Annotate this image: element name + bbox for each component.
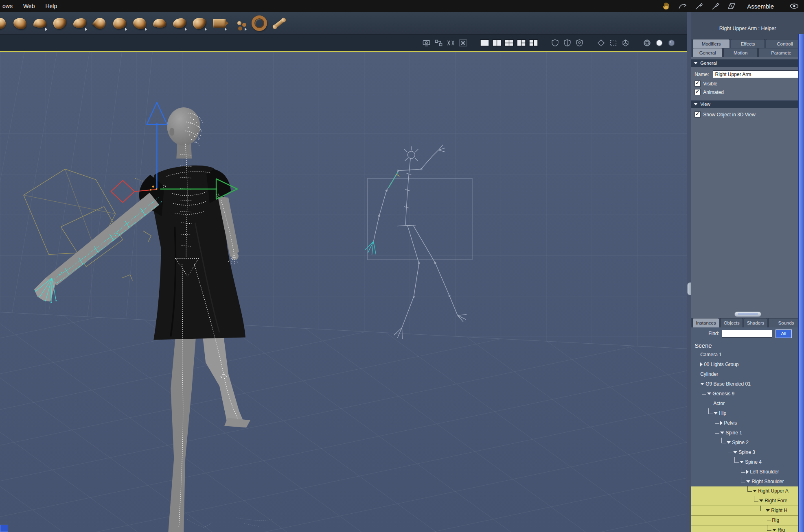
expand-arrow-icon[interactable] — [766, 509, 770, 512]
find-input[interactable] — [722, 330, 772, 338]
tree-item-spine4[interactable]: Spine 4 — [691, 457, 804, 467]
expand-arrow-icon[interactable] — [740, 461, 744, 463]
expand-arrow-icon[interactable] — [700, 362, 703, 366]
petal-tool-icon[interactable] — [52, 14, 68, 33]
layout-three-left-icon[interactable] — [529, 39, 538, 47]
plane-tool-icon[interactable] — [727, 2, 736, 11]
droplet-tool-icon[interactable] — [171, 14, 188, 33]
mound-tool-icon[interactable] — [32, 14, 48, 33]
shield-split-icon[interactable] — [563, 39, 572, 47]
cluster-tool-icon[interactable] — [231, 14, 248, 33]
cube-icon[interactable] — [621, 39, 630, 47]
tab-motion[interactable]: Motion — [723, 48, 758, 57]
tree-item-right-hand[interactable]: Right H — [691, 506, 804, 516]
tree-item-pelvis[interactable]: Pelvis — [691, 418, 804, 428]
expand-arrow-icon[interactable] — [746, 480, 750, 483]
shield-plain-icon[interactable] — [550, 39, 560, 47]
tree-item-right-forearm[interactable]: Right Fore — [691, 496, 804, 506]
tab-shaders[interactable]: Shaders — [744, 318, 767, 327]
tree-item-finger[interactable]: Rig — [691, 516, 804, 525]
tab-instances[interactable]: Instances — [692, 318, 719, 327]
collapse-triangle-icon[interactable] — [694, 103, 698, 105]
brush-tool-icon[interactable] — [710, 2, 720, 11]
tree-item-right-upper-arm[interactable]: Right Upper A — [691, 486, 804, 496]
tree-item-left-shoulder[interactable]: Left Shoulder — [691, 467, 804, 477]
tab-objects[interactable]: Objects — [720, 318, 743, 327]
tree-item-spine1[interactable]: Spine 1 — [691, 428, 804, 438]
pebble-tool-icon[interactable] — [72, 14, 88, 33]
wire-sphere-icon[interactable] — [642, 39, 652, 47]
viewport-3d[interactable] — [0, 51, 687, 532]
eye-icon[interactable] — [789, 2, 799, 11]
tab-general[interactable]: General — [692, 48, 723, 57]
particle-burst-icon[interactable] — [458, 39, 468, 47]
show-3d-checkbox[interactable] — [694, 111, 701, 118]
tree-item-genesis9[interactable]: Genesis 9 — [691, 389, 804, 399]
node-link-icon[interactable] — [434, 39, 443, 47]
menu-item-web[interactable]: Web — [23, 3, 35, 9]
tab-modifiers[interactable]: Modifiers — [692, 39, 730, 48]
layout-single-icon[interactable] — [480, 39, 489, 47]
expand-arrow-icon[interactable] — [707, 392, 711, 395]
sphere-light-icon[interactable] — [655, 39, 664, 47]
collapse-triangle-icon[interactable] — [694, 62, 698, 64]
burst-tool-icon[interactable] — [0, 14, 8, 33]
viewport-canvas[interactable] — [0, 52, 687, 532]
layout-two-icon[interactable] — [492, 39, 502, 47]
tree-item-spine2[interactable]: Spine 2 — [691, 438, 804, 447]
expand-arrow-icon[interactable] — [727, 441, 731, 444]
panel-splitter[interactable] — [687, 12, 691, 532]
bowl-tool-icon[interactable] — [151, 14, 168, 33]
orbit-icon[interactable] — [596, 39, 606, 47]
flower-tool-icon[interactable] — [12, 14, 28, 33]
tab-parameters[interactable]: Paramete — [758, 48, 804, 57]
hand-tool-icon[interactable] — [662, 2, 671, 11]
expand-arrow-icon[interactable] — [720, 421, 723, 425]
target-ring-tool-icon[interactable] — [251, 14, 267, 33]
expand-arrow-icon[interactable] — [700, 383, 704, 385]
visible-checkbox[interactable] — [694, 81, 701, 87]
find-filter-dropdown[interactable]: All — [776, 329, 792, 338]
object-name-input[interactable] — [713, 70, 801, 78]
tree-item-spine3[interactable]: Spine 3 — [691, 447, 804, 457]
tree-item-right-shoulder[interactable]: Right Shoulder — [691, 477, 804, 486]
tree-item-lights-group[interactable]: 00 Lights Group — [691, 360, 804, 369]
bone-tool-icon[interactable] — [271, 14, 287, 33]
tree-item-camera-1[interactable]: Camera 1 — [691, 350, 804, 360]
splitter-handle[interactable] — [687, 282, 691, 295]
bend-tool-icon[interactable] — [678, 2, 688, 11]
scene-root-label[interactable]: Scene — [691, 340, 804, 350]
marquee-icon[interactable] — [609, 39, 618, 47]
expand-arrow-icon[interactable] — [746, 470, 749, 474]
panel-collapse-handle[interactable] — [734, 312, 761, 317]
menu-item-windows[interactable]: ows — [2, 3, 13, 9]
expand-arrow-icon[interactable] — [753, 490, 757, 492]
tree-item-hip[interactable]: Hip — [691, 408, 804, 418]
expand-arrow-icon[interactable] — [759, 499, 763, 502]
section-view[interactable]: View — [691, 100, 804, 108]
viewport-scroll-corner[interactable] — [0, 525, 8, 532]
section-general[interactable]: General — [691, 59, 804, 67]
sphere-dark-icon[interactable] — [667, 39, 676, 47]
expand-arrow-icon[interactable] — [772, 529, 776, 531]
shell-tool-icon[interactable] — [112, 14, 128, 33]
shield-dot-icon[interactable] — [575, 39, 584, 47]
tree-item-cylinder[interactable]: Cylinder — [691, 369, 804, 379]
tree-item-actor[interactable]: Actor — [691, 399, 804, 408]
expand-arrow-icon[interactable] — [714, 412, 718, 414]
tab-effects[interactable]: Effects — [731, 39, 765, 48]
animated-checkbox[interactable] — [694, 89, 701, 95]
layout-three-right-icon[interactable] — [517, 39, 526, 47]
render-preview-icon[interactable] — [422, 39, 431, 47]
tree-scrollbar[interactable] — [798, 34, 804, 532]
dart-tool-icon[interactable] — [191, 14, 208, 33]
pen-tool-icon[interactable] — [694, 2, 704, 11]
menu-item-help[interactable]: Help — [45, 3, 57, 9]
camera-tool-icon[interactable] — [211, 14, 228, 33]
wireframe-toggle-icon[interactable] — [446, 39, 456, 47]
spine-tool-icon[interactable] — [131, 14, 148, 33]
tree-item-finger[interactable]: Rig — [691, 525, 804, 532]
layout-four-icon[interactable] — [504, 39, 514, 47]
expand-arrow-icon[interactable] — [720, 432, 724, 434]
tree-item-g9-base[interactable]: G9 Base Blended 01 — [691, 379, 804, 389]
